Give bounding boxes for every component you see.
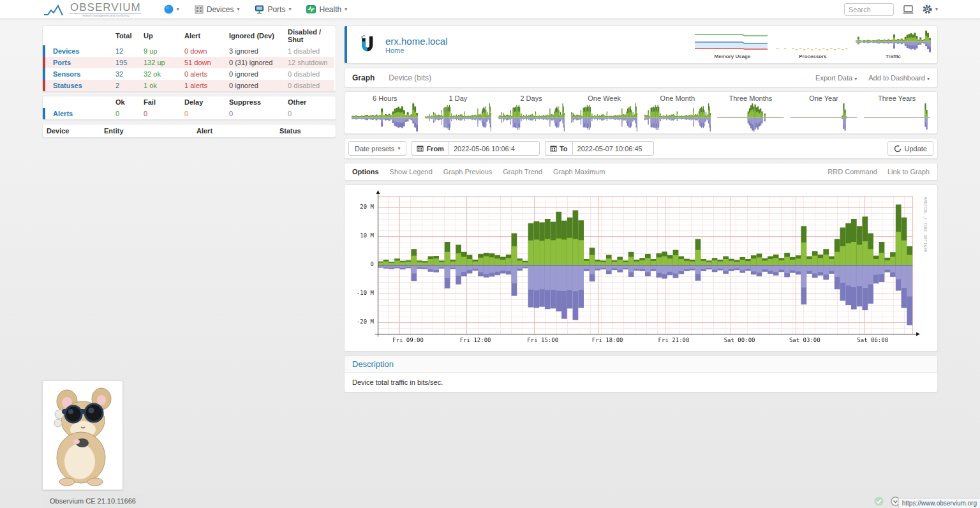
traffic-graph-canvas[interactable] xyxy=(350,190,930,348)
status-summary-panel: Total Up Alert Ignored (Dev) Disabled / … xyxy=(42,26,336,92)
menu-ports[interactable]: Ports ▾ xyxy=(247,0,299,19)
col-total: Total xyxy=(113,26,141,45)
period-thumb-canvas[interactable] xyxy=(644,103,711,132)
export-data-menu[interactable]: Export Data ▾ xyxy=(815,74,857,82)
menu-devices[interactable]: Devices ▾ xyxy=(187,0,248,19)
period-three-months[interactable]: Three Months xyxy=(714,94,787,132)
table-row-devices[interactable]: Devices 12 9 up 0 down 3 ignored 1 disab… xyxy=(44,45,334,57)
caret-down-icon: ▾ xyxy=(935,6,938,12)
ubiquiti-logo-icon xyxy=(357,34,376,56)
period-2-days[interactable]: 2 Days xyxy=(494,94,568,132)
globe-icon xyxy=(164,4,174,14)
caret-down-icon: ▾ xyxy=(288,6,291,12)
col-suppress: Suppress xyxy=(226,96,285,108)
period-thumb-canvas[interactable] xyxy=(717,103,783,132)
menu-health[interactable]: Health ▾ xyxy=(299,0,355,19)
period-thumb-canvas[interactable] xyxy=(352,103,418,132)
caret-down-icon: ▾ xyxy=(237,6,239,12)
gear-icon xyxy=(923,4,932,14)
option-graph-trend[interactable]: Graph Trend xyxy=(503,168,542,176)
tab-graph[interactable]: Graph xyxy=(352,73,375,82)
table-row-statuses[interactable]: Statuses 2 1 ok 1 alerts 0 ignored 0 dis… xyxy=(44,80,334,91)
mini-graph-processors[interactable]: Processors xyxy=(775,30,850,59)
mascot-card[interactable] xyxy=(42,380,123,490)
option-graph-previous[interactable]: Graph Previous xyxy=(443,168,492,176)
col-alert: Alert xyxy=(182,26,226,45)
col-up: Up xyxy=(141,26,182,45)
period-thumbnails-panel: 6 Hours 1 Day 2 Days One Week One Month xyxy=(344,91,938,134)
col-device: Device xyxy=(43,124,100,137)
link-to-graph-link[interactable]: Link to Graph xyxy=(887,168,930,176)
alerts-summary-panel: Ok Fail Delay Suppress Other Alerts 0 0 … xyxy=(42,96,336,120)
period-one-year[interactable]: One Year xyxy=(787,94,861,132)
col-alert: Alert xyxy=(193,124,276,137)
period-thumb-canvas[interactable] xyxy=(864,103,930,132)
devices-icon xyxy=(195,5,204,14)
logo-mountain-icon xyxy=(43,4,70,17)
menu-devices-label: Devices xyxy=(207,5,234,14)
processors-mini-canvas xyxy=(775,30,850,53)
tab-device-bits[interactable]: Device (bits) xyxy=(389,73,431,82)
hamster-mascot-image xyxy=(43,381,122,489)
traffic-graph-panel xyxy=(344,184,938,352)
health-icon xyxy=(306,5,316,13)
search-input[interactable] xyxy=(844,3,894,16)
options-title: Options xyxy=(352,168,379,176)
logo-text: OBSERVIUM xyxy=(70,1,141,13)
option-show-legend[interactable]: Show Legend xyxy=(390,168,433,176)
date-to-input[interactable] xyxy=(572,141,654,156)
mini-graph-memory[interactable]: Memory Usage xyxy=(695,30,770,59)
date-from-input[interactable] xyxy=(449,141,540,156)
device-header-panel: erx.home.local Home Memory Usage Process… xyxy=(344,26,938,64)
global-menu[interactable]: ▾ xyxy=(156,0,187,19)
description-body: Device total traffic in bits/sec. xyxy=(345,373,937,392)
col-ignored: Ignored (Dev) xyxy=(226,26,285,45)
col-delay: Delay xyxy=(182,96,226,108)
device-location[interactable]: Home xyxy=(385,47,448,54)
memory-mini-canvas xyxy=(695,30,770,53)
option-graph-maximum[interactable]: Graph Maximum xyxy=(553,168,605,176)
period-thumb-canvas[interactable] xyxy=(498,103,565,132)
mini-graph-traffic[interactable]: Traffic xyxy=(856,30,931,59)
date-range-panel: Date presets ▾ From xyxy=(344,138,938,159)
alerts-summary-table: Ok Fail Delay Suppress Other Alerts 0 0 … xyxy=(43,96,336,119)
caret-down-icon: ▾ xyxy=(854,76,857,82)
description-panel: Description Device total traffic in bits… xyxy=(344,355,938,392)
graph-options-panel: Options Show Legend Graph Previous Graph… xyxy=(344,163,938,181)
period-list: 6 Hours 1 Day 2 Days One Week One Month xyxy=(345,92,937,133)
update-button[interactable]: Update xyxy=(887,141,933,156)
table-row-ports[interactable]: Ports 195 132 up 51 down 0 (31) ignored … xyxy=(44,57,334,68)
col-ok: Ok xyxy=(113,96,141,108)
date-presets-button[interactable]: Date presets ▾ xyxy=(348,141,406,156)
period-1-day[interactable]: 1 Day xyxy=(422,94,495,132)
period-three-years[interactable]: Three Years xyxy=(860,94,933,132)
period-6-hours[interactable]: 6 Hours xyxy=(348,94,422,132)
graph-tabbar-panel: Graph Device (bits) Export Data ▾ Add to… xyxy=(344,68,938,87)
description-title: Description xyxy=(345,356,937,373)
table-row-alerts[interactable]: Alerts 0 0 0 0 0 xyxy=(44,108,336,119)
add-to-dashboard-menu[interactable]: Add to Dashboard ▾ xyxy=(868,74,930,82)
settings-menu[interactable]: ▾ xyxy=(923,4,938,14)
calendar-icon xyxy=(417,145,424,152)
period-one-week[interactable]: One Week xyxy=(568,94,641,132)
col-other: Other xyxy=(285,96,336,108)
entity-alerts-table: Device Entity Alert Status xyxy=(43,124,336,137)
footer-version[interactable]: Observium CE 21.10.11666 xyxy=(42,495,144,508)
menu-ports-label: Ports xyxy=(267,5,285,14)
caret-down-icon: ▾ xyxy=(177,6,179,12)
device-hostname[interactable]: erx.home.local xyxy=(385,36,448,47)
col-entity: Entity xyxy=(100,124,193,137)
caret-down-icon: ▾ xyxy=(345,6,347,12)
ports-icon xyxy=(255,5,264,14)
col-disabled: Disabled / Shut xyxy=(285,26,334,45)
period-one-month[interactable]: One Month xyxy=(641,94,715,132)
period-thumb-canvas[interactable] xyxy=(791,103,857,132)
status-bar-url: https://www.observium.org xyxy=(898,498,980,508)
period-thumb-canvas[interactable] xyxy=(425,103,491,132)
table-row-sensors[interactable]: Sensors 32 32 ok 0 alerts 0 ignored 0 di… xyxy=(44,68,334,80)
rrd-command-link[interactable]: RRD Command xyxy=(828,168,877,176)
caret-down-icon: ▾ xyxy=(397,146,400,151)
console-icon[interactable] xyxy=(903,5,914,14)
observium-logo[interactable]: OBSERVIUM network management and monitor… xyxy=(43,2,141,17)
period-thumb-canvas[interactable] xyxy=(571,103,637,132)
